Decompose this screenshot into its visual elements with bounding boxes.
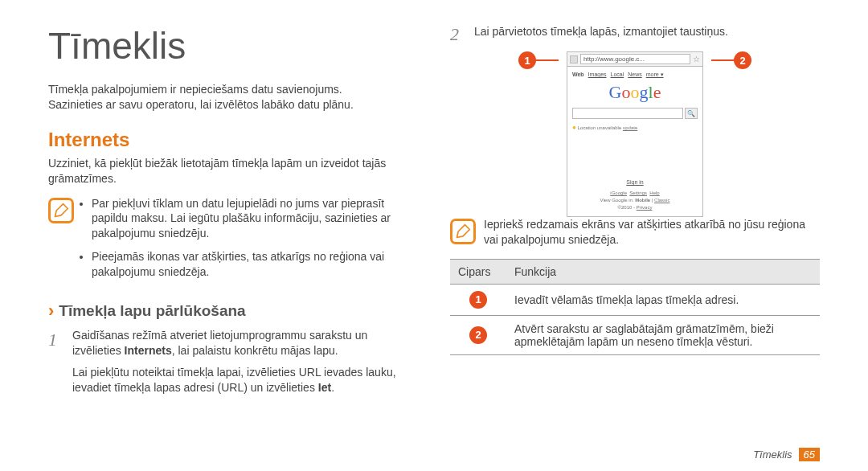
table-row: 1 Ievadīt vēlamās tīmekļa lapas tīmekļa … <box>450 284 820 315</box>
callout-line <box>536 59 559 61</box>
note-icon <box>48 198 74 223</box>
intro-text: Tīmekļa pakalpojumiem ir nepieciešams da… <box>48 82 418 113</box>
step-number: 1 <box>48 328 64 395</box>
note-block-2: Iepriekš redzamais ekrāns var atšķirties… <box>450 217 820 248</box>
bullet-item: Par piekļuvi tīklam un datu lejupielādi … <box>92 196 418 242</box>
footer-page-number: 65 <box>799 448 820 461</box>
location-text: ● Location unavailable update <box>572 124 698 131</box>
address-field: http://www.google.c... <box>580 54 690 64</box>
callout-badge-1: 1 <box>518 51 536 69</box>
search-button-icon: 🔍 <box>685 108 698 119</box>
callout-badge-2: 2 <box>734 51 751 69</box>
note-bullets: Par piekļuvi tīklam un datu lejupielādi … <box>82 196 418 288</box>
table-cell-desc: Ievadīt vēlamās tīmekļa lapas tīmekļa ad… <box>506 284 820 315</box>
signin-link: Sign in <box>572 179 698 185</box>
step-1: 1 Gaidīšanas režīmā atveriet lietojumpro… <box>48 328 418 395</box>
bullet-item: Pieejamās ikonas var atšķirties, tas atk… <box>92 249 418 280</box>
mock-tabs: Web Images Local News more ▾ <box>572 72 698 78</box>
search-input <box>572 108 683 119</box>
step-2: 2 Lai pārvietotos tīmekļa lapās, izmanto… <box>450 24 820 45</box>
step-number: 2 <box>450 24 466 45</box>
callout-line <box>711 59 734 61</box>
section-subtext: Uzziniet, kā piekļūt biežāk lietotajām t… <box>48 156 418 186</box>
note-icon <box>450 219 476 244</box>
table-badge-2: 2 <box>469 326 487 344</box>
subsection-title: Tīmekļa lapu pārlūkošana <box>59 302 245 320</box>
section-heading-internets: Internets <box>48 129 418 151</box>
chevron-icon: › <box>48 301 54 322</box>
window-switcher-icon <box>570 55 578 63</box>
function-table: Cipars Funkcija 1 Ievadīt vēlamās tīmekļ… <box>450 259 820 355</box>
figure-browser: 1 http://www.google.c... ☆ Web Images Lo… <box>450 51 820 217</box>
bookmark-star-icon: ☆ <box>693 55 700 63</box>
page-footer: Tīmeklis 65 <box>753 448 820 461</box>
table-row: 2 Atvērt sarakstu ar saglabātajām grāmat… <box>450 315 820 354</box>
mock-browser-window: http://www.google.c... ☆ Web Images Loca… <box>567 51 703 217</box>
page-title: Tīmeklis <box>48 24 418 68</box>
note-block: Par piekļuvi tīklam un datu lejupielādi … <box>48 196 418 288</box>
subsection-heading: › Tīmekļa lapu pārlūkošana <box>48 301 418 322</box>
step-body: Lai pārvietotos tīmekļa lapās, izmantoji… <box>474 24 820 45</box>
table-header-number: Cipars <box>450 259 506 284</box>
table-cell-desc: Atvērt sarakstu ar saglabātajām grāmatzī… <box>506 315 820 354</box>
step-body: Gaidīšanas režīmā atveriet lietojumprogr… <box>72 328 418 395</box>
table-badge-1: 1 <box>469 291 487 309</box>
mock-search-row: 🔍 <box>572 108 698 119</box>
google-logo: Google <box>572 82 698 103</box>
footer-section: Tīmeklis <box>753 448 792 461</box>
mock-url-bar: http://www.google.c... ☆ <box>567 52 702 67</box>
table-header-function: Funkcija <box>506 259 820 284</box>
mock-footer: iGoogle Settings Help View Google in: Mo… <box>572 190 698 211</box>
note-text: Iepriekš redzamais ekrāns var atšķirties… <box>484 217 820 248</box>
